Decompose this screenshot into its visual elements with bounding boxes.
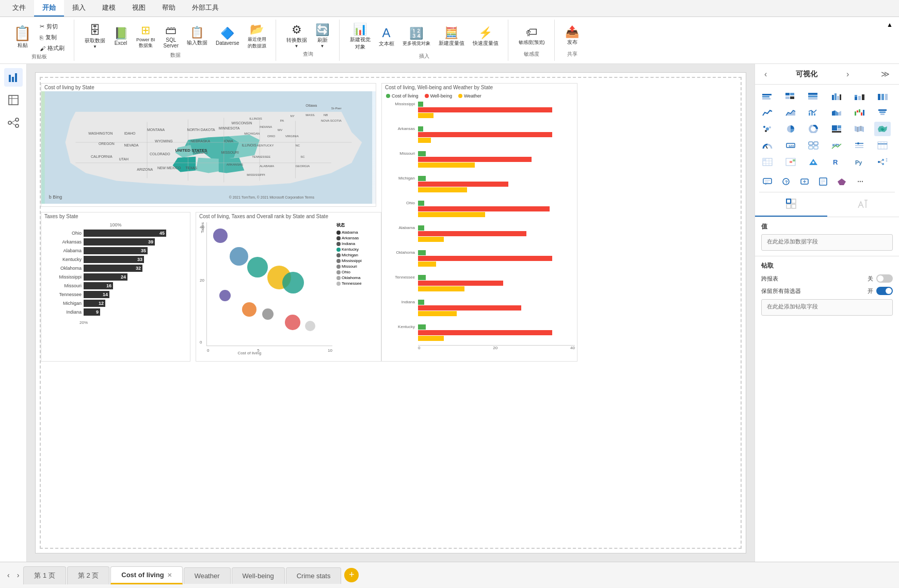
tab-page2[interactable]: 第 2 页 <box>67 566 109 584</box>
donut-chart-icon[interactable] <box>805 122 822 136</box>
card-icon[interactable]: 123 <box>782 138 799 153</box>
next-page-button[interactable]: › <box>14 569 23 581</box>
multibar-visualization[interactable]: Cost of living, Well-being and Weather b… <box>381 83 577 362</box>
recent-sources-button[interactable]: 📂最近使用的数据源 <box>245 22 269 52</box>
funnel-icon[interactable] <box>874 105 891 120</box>
add-page-button[interactable]: + <box>344 568 359 582</box>
keep-filters-toggle[interactable] <box>876 287 893 295</box>
tab-page1[interactable]: 第 1 页 <box>23 566 66 584</box>
more-visuals-button[interactable]: 🔢更多视觉对象 <box>399 26 434 49</box>
azure-map-icon[interactable] <box>805 155 822 169</box>
drill-drop-zone[interactable]: 在此处添加钻取字段 <box>761 299 893 316</box>
conditional-table-icon[interactable] <box>782 155 799 169</box>
r-icon[interactable]: R <box>828 155 845 169</box>
scatter-title: Cost of living, Taxes and Overall rank b… <box>196 213 381 220</box>
right-panel-header: ‹ 可视化 › ≫ <box>755 64 899 85</box>
tab-external[interactable]: 外部工具 <box>184 0 227 17</box>
model-view-button[interactable] <box>4 113 23 132</box>
tab-view[interactable]: 视图 <box>124 0 154 17</box>
ai-visual-icon[interactable] <box>796 174 813 189</box>
power-bi-datasets-button[interactable]: ⊞Power BI数据集 <box>133 23 158 51</box>
format-painter-button[interactable]: 🖌格式刷 <box>37 43 68 53</box>
kpi-icon[interactable]: KPI <box>828 138 845 153</box>
stacked-column-icon[interactable] <box>851 89 868 103</box>
taxes-visualization[interactable]: Taxes by State 100% Ohio45 Arkansas39 Al… <box>41 212 190 362</box>
tab-home[interactable]: 开始 <box>34 0 64 17</box>
panel-prev-button[interactable]: ‹ <box>761 69 770 80</box>
decomp-tree-icon[interactable] <box>874 155 891 169</box>
format-tab[interactable] <box>827 194 900 217</box>
svg-line-109 <box>766 146 767 149</box>
get-data-button[interactable]: 🗄获取数据▼ <box>82 23 108 51</box>
tab-weather[interactable]: Weather <box>184 567 231 584</box>
multi-row-card-icon[interactable] <box>805 138 822 153</box>
svg-rect-0 <box>9 75 11 82</box>
quick-measure-button[interactable]: ⚡快速度量值 <box>470 25 502 49</box>
pie-chart-icon[interactable] <box>782 122 799 136</box>
tab-model[interactable]: 建模 <box>94 0 124 17</box>
prev-page-button[interactable]: ‹ <box>4 569 13 581</box>
tab-file[interactable]: 文件 <box>4 0 34 17</box>
tab-help[interactable]: 帮助 <box>154 0 184 17</box>
dataverse-button[interactable]: 🔷Dataverse <box>213 26 243 48</box>
map-icon[interactable] <box>851 122 868 136</box>
paginated-report-icon[interactable] <box>815 174 831 189</box>
tab-crime-stats[interactable]: Crime stats <box>286 567 342 584</box>
line-clustered-icon[interactable] <box>805 105 822 120</box>
ribbon-collapse-button[interactable]: ▲ <box>885 19 895 30</box>
more-visuals-panel-icon[interactable]: ··· <box>852 174 869 189</box>
panel-collapse-button[interactable]: ≫ <box>878 68 893 80</box>
tab-close-icon[interactable]: ✕ <box>167 572 172 578</box>
cross-report-toggle[interactable] <box>876 274 893 283</box>
input-data-button[interactable]: 📋输入数据 <box>184 25 211 48</box>
tab-cost-of-living[interactable]: Cost of living✕ <box>110 566 182 584</box>
filled-map-icon[interactable] <box>874 122 891 136</box>
area-chart-icon[interactable] <box>782 105 799 120</box>
values-drop-zone[interactable]: 在此处添加数据字段 <box>761 234 893 251</box>
qna-icon[interactable]: ? <box>778 174 794 189</box>
sql-server-button[interactable]: 🗃SQLServer <box>160 23 182 51</box>
gauge-icon[interactable] <box>759 138 776 153</box>
ribbon-chart-icon[interactable] <box>828 105 845 120</box>
matrix-icon[interactable] <box>759 155 776 169</box>
map-visualization[interactable]: Cost of living by State <box>41 83 376 207</box>
clustered-column-icon[interactable] <box>828 89 845 103</box>
report-view-button[interactable] <box>4 68 23 87</box>
svg-rect-67 <box>790 93 794 95</box>
python-icon[interactable]: Py <box>851 155 868 169</box>
transform-data-button[interactable]: ⚙转换数据▼ <box>283 22 310 51</box>
line-chart-icon[interactable] <box>759 105 776 120</box>
table-view-button[interactable] <box>4 91 23 109</box>
publish-button[interactable]: 📤发布 <box>562 24 583 48</box>
tab-insert[interactable]: 插入 <box>64 0 94 17</box>
viz-icons-grid: 123 KPI R <box>755 85 899 173</box>
text-box-button[interactable]: A文本框 <box>376 25 397 50</box>
stacked-bar-100-icon[interactable] <box>805 89 822 103</box>
scatter-visualization[interactable]: Cost of living, Taxes and Overall rank b… <box>196 212 381 362</box>
sensitivity-button[interactable]: 🏷敏感度(预览) <box>516 25 548 48</box>
stacked-bar-icon[interactable] <box>759 89 776 103</box>
power-apps-icon[interactable] <box>833 174 850 189</box>
svg-point-8 <box>15 124 19 127</box>
svg-rect-113 <box>814 142 818 145</box>
treemap-icon[interactable] <box>828 122 845 136</box>
clustered-bar-icon[interactable] <box>782 89 799 103</box>
copy-button[interactable]: ⎘复制 <box>37 32 68 42</box>
tab-wellbeing[interactable]: Well-being <box>232 567 285 584</box>
refresh-button[interactable]: 🔄刷新▼ <box>312 22 333 51</box>
100-stacked-column-icon[interactable] <box>874 89 891 103</box>
waterfall-icon[interactable] <box>851 105 868 120</box>
panel-next-button[interactable]: › <box>843 69 852 80</box>
svg-rect-66 <box>785 93 790 95</box>
slicer-icon[interactable] <box>851 138 868 153</box>
new-measure-button[interactable]: 🧮新建度量值 <box>436 25 468 49</box>
build-tab[interactable] <box>755 194 827 217</box>
paste-button[interactable]: 📋 粘贴 <box>10 24 35 51</box>
smart-narrative-icon[interactable] <box>759 174 776 189</box>
new-visual-button[interactable]: 📊新建视觉对象 <box>347 22 374 53</box>
svg-rect-74 <box>834 93 837 100</box>
cut-button[interactable]: ✂剪切 <box>37 22 68 31</box>
table-viz-icon[interactable] <box>874 138 891 153</box>
scatter-chart-icon[interactable] <box>759 122 776 136</box>
excel-button[interactable]: 📗Excel <box>110 26 131 48</box>
